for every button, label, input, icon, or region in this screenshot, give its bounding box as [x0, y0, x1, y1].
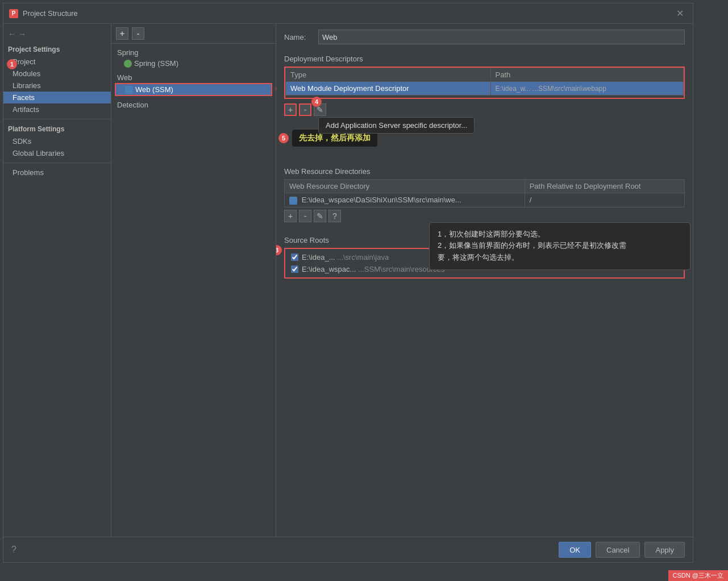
wr-row1-rel: / [525, 193, 684, 208]
wr-row1-dir: E:\idea_wspace\DaSiShiXun\SSM\src\main\w… [285, 193, 525, 208]
wr-add-button[interactable]: + [284, 210, 297, 222]
sidebar-divider [3, 119, 111, 119]
wr-col1-header: Web Resource Directory [285, 180, 525, 193]
sidebar-item-sdks[interactable]: SDKs [3, 135, 111, 147]
name-label: Name: [284, 33, 318, 42]
apply-button[interactable]: Apply [644, 542, 685, 558]
annotation-badge-1: 1 [7, 59, 17, 69]
tree-remove-button[interactable]: - [132, 27, 144, 40]
deployment-row1-type: Web Module Deployment Descriptor [286, 82, 491, 96]
nav-arrows: ← → [3, 30, 111, 43]
wr-remove-button[interactable]: - [299, 210, 311, 222]
path-header: Path [490, 68, 684, 82]
tree-content: Spring Spring (SSM) Web Web (SSM) 2 Dete… [111, 44, 276, 537]
deployment-descriptors-table: Type Path Web Module Deployment Descript… [285, 68, 684, 96]
annotation-badge-4: 4 [311, 97, 322, 107]
deployment-toolbar: + - ✎ 4 [284, 103, 685, 116]
deploy-remove-button[interactable]: - [299, 103, 311, 116]
content-area: ← → Project Settings 1 Project Modules L… [3, 24, 693, 537]
platform-settings-header: Platform Settings [3, 123, 111, 135]
project-structure-dialog: P Project Structure ✕ ← → Project Settin… [3, 3, 693, 563]
ok-button[interactable]: OK [559, 542, 591, 558]
web-group-label: Web [115, 72, 272, 83]
sidebar-item-libraries[interactable]: Libraries [3, 80, 111, 92]
detection-label: Detection [115, 99, 272, 110]
deployment-descriptors-title: Deployment Descriptors [284, 55, 685, 63]
spring-leaf-icon [124, 60, 132, 68]
tree-toolbar: + - [111, 24, 276, 44]
src-path-1: E:\idea_... ...\src\main\java [302, 253, 389, 262]
spring-group-label: Spring [115, 47, 272, 58]
annotation-popup-3: 1，初次创建时这两部分要勾选。 2，如果像当前界面的分布时，则表示已经不是初次修… [429, 222, 690, 270]
add-server-descriptor-tooltip: Add Application Server specific descript… [318, 117, 475, 134]
wr-edit-button[interactable]: ✎ [314, 210, 326, 222]
deployment-row-1[interactable]: Web Module Deployment Descriptor E:\idea… [286, 82, 684, 96]
tree-add-button[interactable]: + [116, 27, 128, 40]
sidebar-item-problems[interactable]: Problems [3, 167, 111, 179]
main-panel: Name: Deployment Descriptors Type Path [276, 24, 693, 537]
sidebar-item-project[interactable]: Project [3, 56, 111, 68]
web-icon [125, 86, 133, 94]
name-row: Name: [284, 30, 685, 44]
type-header: Type [286, 68, 491, 82]
sidebar-item-artifacts[interactable]: Artifacts [3, 103, 111, 115]
popup3-line3: 要，将这两个勾选去掉。 [438, 252, 682, 264]
sidebar: ← → Project Settings 1 Project Modules L… [3, 24, 111, 537]
deployment-row1-path: E:\idea_w... ...SSM\src\main\webapp [490, 82, 684, 96]
src-checkbox-1[interactable] [291, 254, 298, 261]
forward-arrow[interactable]: → [18, 30, 26, 39]
cancel-button[interactable]: Cancel [596, 542, 640, 558]
deploy-add-button[interactable]: + [284, 103, 297, 116]
src-checkbox-2[interactable] [291, 265, 298, 273]
web-resource-table: Web Resource Directory Path Relative to … [284, 179, 685, 208]
close-button[interactable]: ✕ [673, 7, 687, 20]
web-resource-title: Web Resource Directories [284, 167, 685, 176]
wr-help-button[interactable]: ? [328, 210, 341, 222]
app-icon: P [9, 9, 18, 18]
wr-col2-header: Path Relative to Deployment Root [525, 180, 684, 193]
web-resource-section: Web Resource Directories Web Resource Di… [284, 165, 685, 229]
title-bar: P Project Structure ✕ [3, 3, 693, 24]
wr-toolbar: + - ✎ ? [284, 210, 685, 222]
annotation-badge-3: 3 [276, 245, 282, 255]
folder-icon [289, 197, 297, 205]
popup3-line2: 2，如果像当前界面的分布时，则表示已经不是初次修改需 [438, 240, 682, 252]
project-settings-header: Project Settings [3, 43, 111, 56]
sidebar-item-modules[interactable]: Modules [3, 68, 111, 80]
spring-ssm-item[interactable]: Spring (SSM) [115, 58, 272, 69]
help-icon[interactable]: ? [11, 545, 16, 555]
sidebar-divider-2 [3, 163, 111, 163]
name-input[interactable] [318, 30, 685, 44]
window-title: Project Structure [23, 9, 673, 18]
src-path-2: E:\idea_wspac... ...SSM\src\main\resourc… [302, 265, 444, 273]
tree-panel: + - Spring Spring (SSM) Web Web (SSM) [111, 24, 276, 537]
back-arrow[interactable]: ← [8, 30, 16, 39]
web-resource-row-1[interactable]: E:\idea_wspace\DaSiShiXun\SSM\src\main\w… [285, 193, 685, 208]
dialog-footer: ? OK Cancel Apply [3, 537, 693, 562]
watermark: CSDN @三木一立 [668, 570, 728, 581]
popup3-line1: 1，初次创建时这两部分要勾选。 [438, 229, 682, 240]
web-ssm-item[interactable]: Web (SSM) [115, 83, 272, 96]
source-roots-section: Source Roots E:\idea_... ...\src\main\ja… [284, 234, 685, 279]
deployment-table-container: Type Path Web Module Deployment Descript… [284, 67, 685, 99]
sidebar-item-facets[interactable]: Facets [3, 92, 111, 103]
annotation-badge-5: 5 [278, 133, 289, 143]
sidebar-item-global-libraries[interactable]: Global Libraries [3, 147, 111, 159]
